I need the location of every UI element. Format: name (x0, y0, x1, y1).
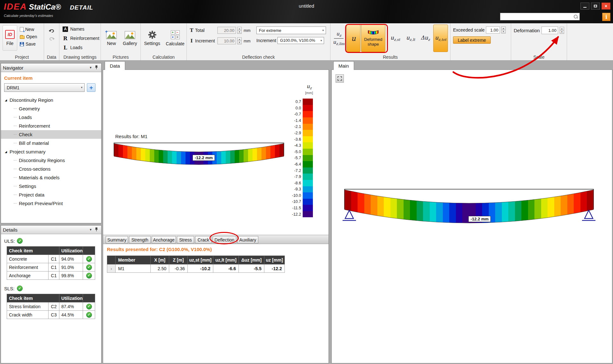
tab-main[interactable]: Main (333, 61, 354, 70)
info-button[interactable]: i (602, 13, 610, 21)
check-row[interactable]: Crack widthC344.5%✓ (7, 311, 95, 319)
add-item-button[interactable]: + (87, 83, 95, 92)
collapse-icon[interactable]: ▼ (88, 228, 94, 231)
increment-combo-label: Increment (256, 38, 276, 43)
tab-summary[interactable]: Summary (106, 236, 128, 243)
calculate-button[interactable]: +−×= Calculate (165, 25, 185, 52)
tab-stress[interactable]: Stress (177, 236, 194, 243)
nav-item-cross-sections[interactable]: Cross-sections (1, 165, 101, 173)
chevron-down-icon: ▼ (80, 86, 83, 89)
increment-label: Increment (195, 38, 216, 43)
settings-button[interactable]: Settings (142, 25, 163, 52)
file-button[interactable]: ID File (3, 25, 17, 51)
fit-view-button[interactable] (336, 74, 344, 83)
label-extreme-button[interactable]: Label extreme (453, 36, 491, 44)
nav-item-project-data[interactable]: Project data (1, 190, 101, 199)
nav-item-check[interactable]: Check (1, 130, 101, 139)
nav-item-label: Project summary (10, 149, 46, 154)
spin-up-icon: ▲ (501, 26, 506, 30)
nav-item-report-preview-print[interactable]: Report Preview/Print (1, 199, 101, 208)
redo-button[interactable] (49, 36, 55, 42)
check-row[interactable]: Stress limitationC287.4%✓ (7, 302, 95, 311)
deformation-input[interactable]: 1.00 (541, 26, 558, 34)
collapse-icon[interactable]: ▼ (88, 66, 94, 69)
nav-item-reinforcement[interactable]: Reinforcement (1, 122, 101, 130)
delta-uz-button[interactable]: Δuz (419, 25, 432, 52)
exceeded-scale-spinner[interactable]: ▲▼ (501, 26, 506, 33)
pass-check-icon: ✓ (86, 256, 92, 262)
value-cell: -6.6 (213, 264, 239, 273)
deformed-shape-button[interactable]: Deformed shape (361, 25, 385, 52)
spin-down-icon: ▼ (237, 31, 242, 34)
uzlt-button[interactable]: uz,lt (403, 25, 418, 52)
nav-item-project-summary[interactable]: ◢Project summary (1, 147, 101, 156)
value-cell: -5.5 (239, 264, 264, 273)
extreme-combo[interactable]: For extreme ▼ (256, 26, 326, 34)
names-toggle[interactable]: ANames (63, 26, 101, 33)
total-input[interactable]: 20.00 (217, 27, 236, 34)
nav-item-settings[interactable]: Settings (1, 182, 101, 190)
check-row[interactable]: ConcreteC194.0%✓ (7, 255, 95, 263)
total-label: Total (195, 28, 216, 33)
reinforcement-toggle[interactable]: RReinforcement (63, 35, 101, 42)
search-icon[interactable] (573, 14, 578, 19)
row-expander-icon[interactable]: › (107, 264, 116, 273)
pin-icon[interactable] (94, 227, 99, 232)
data-canvas[interactable]: uz [mm] 0.70.0-0.7-1.4-2.1-2.9-3.6-4.3-5… (103, 70, 329, 235)
deformation-spinner[interactable]: ▲▼ (560, 27, 564, 34)
sls-check-table: Check itemUtilizationStress limitationC2… (7, 294, 95, 319)
check-row[interactable]: AnchorageC199.8%✓ (7, 271, 95, 280)
search-box (500, 13, 580, 20)
nav-item-discontinuity-regions[interactable]: Discontinuity Regions (1, 156, 101, 165)
spin-down-icon: ▼ (237, 41, 242, 45)
tab-strength[interactable]: Strength (129, 236, 151, 243)
current-item-combo[interactable]: DRM1 ▼ (4, 83, 85, 92)
deformed-shape-label: Deformed shape (361, 37, 385, 47)
minimize-button[interactable] (580, 3, 589, 10)
nav-item-discontinuity-region[interactable]: ◢Discontinuity Region (1, 96, 101, 104)
new-project-button[interactable]: New (19, 26, 38, 33)
open-project-button[interactable]: Open (19, 33, 38, 40)
tab-crack[interactable]: Crack (195, 236, 212, 243)
increment-input[interactable]: 10.00 (217, 37, 236, 44)
tab-anchorage[interactable]: Anchorage (152, 236, 176, 243)
legend-swatch (303, 180, 313, 186)
tab-deflection[interactable]: Deflection (213, 236, 236, 243)
exceeded-scale-input[interactable]: 1.00 (486, 26, 500, 33)
nav-item-loads[interactable]: Loads (1, 113, 101, 122)
result-row[interactable]: ›M12.50-0.36-10.2-6.6-5.5-12.2 (107, 264, 285, 273)
new-picture-button[interactable]: + New (103, 25, 120, 52)
check-row[interactable]: ReinforcementC191.0%✓ (7, 263, 95, 271)
u-deflection-button[interactable]: u (346, 25, 360, 52)
new-picture-label: New (107, 41, 116, 46)
total-spinner[interactable]: ▲▼ (237, 27, 242, 34)
legend-swatch (303, 99, 313, 105)
undo-button[interactable] (49, 28, 55, 34)
navigator-title: Navigator (3, 65, 88, 71)
search-input[interactable] (500, 13, 573, 20)
loads-toggle[interactable]: LLoads (63, 44, 101, 51)
main-canvas[interactable]: -12.2 mm (332, 70, 612, 363)
increment-combo[interactable]: G100.0%, V100.0% ▼ (277, 37, 324, 44)
uz-ratio-button[interactable]: uz uz,lim (332, 25, 346, 52)
tab-auxiliary[interactable]: Auxiliary (237, 236, 258, 243)
save-project-button[interactable]: Save (19, 41, 38, 47)
fraction-bar (334, 38, 344, 39)
increment-spinner[interactable]: ▲▼ (237, 37, 242, 44)
maximize-button[interactable] (591, 3, 600, 10)
uzst-button[interactable]: uz,st (388, 25, 403, 52)
pin-icon[interactable] (94, 65, 99, 70)
gallery-button[interactable]: Gallery (122, 25, 138, 52)
tab-data[interactable]: Data (105, 61, 125, 70)
nav-item-geometry[interactable]: Geometry (1, 104, 101, 113)
close-button[interactable]: × (602, 3, 610, 10)
nav-item-bill-of-material[interactable]: Bill of material (1, 139, 101, 147)
nav-item-materials-models[interactable]: Materials & models (1, 173, 101, 182)
uztot-button[interactable]: uz,tot (433, 25, 448, 52)
tree-expander-icon[interactable]: ◢ (5, 99, 7, 102)
chevron-down-icon: ▼ (322, 29, 324, 32)
new-label: New (25, 27, 34, 32)
tree-expander-icon[interactable]: ◢ (5, 150, 7, 153)
idea-file-icon: ID (5, 30, 15, 39)
legend-swatch (303, 199, 313, 205)
